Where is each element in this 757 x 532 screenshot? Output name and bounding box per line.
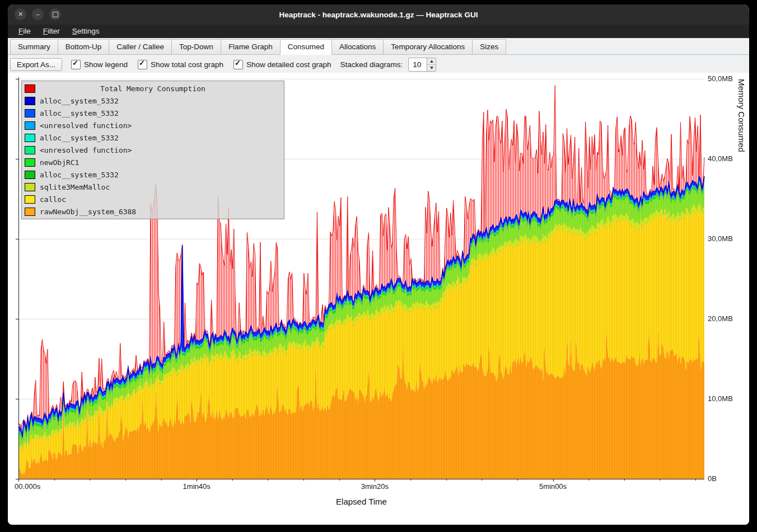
legend-swatch-icon xyxy=(25,109,35,117)
x-tick-label: 5min00s xyxy=(539,482,567,491)
stacked-diagrams-value: 10 xyxy=(409,58,427,71)
legend-label: alloc__system_5332 xyxy=(40,97,119,105)
tab-bar: SummaryBottom-UpCaller / CalleeTop-DownF… xyxy=(8,39,749,55)
legend-swatch-icon xyxy=(25,146,35,154)
window-controls: ✕– xyxy=(15,8,61,20)
spin-up-icon[interactable] xyxy=(427,58,436,65)
legend-swatch-icon xyxy=(25,84,35,93)
tab-bottom-up[interactable]: Bottom-Up xyxy=(58,39,110,55)
legend-item: newObjRC1 xyxy=(22,156,284,168)
toolbar: Export As... ✓Show legend✓Show total cos… xyxy=(8,56,749,73)
checkbox-label: Show total cost graph xyxy=(151,60,223,69)
tab-consumed[interactable]: Consumed xyxy=(280,39,332,55)
legend-item: alloc__system_5332 xyxy=(22,95,284,107)
legend-swatch-icon xyxy=(25,195,35,204)
legend-item: rawNewObj__system_6388 xyxy=(22,205,284,218)
menu-item-file[interactable]: File xyxy=(12,25,37,38)
chart-legend: Total Memory Consumptionalloc__system_53… xyxy=(21,81,284,219)
window-title: Heaptrack - heaptrack.wakunode.1.gz — He… xyxy=(279,11,478,19)
legend-swatch-icon xyxy=(25,208,35,216)
legend-item: Total Memory Consumption xyxy=(22,82,284,95)
menu-item-settings[interactable]: Settings xyxy=(66,25,106,38)
legend-label: <unresolved function> xyxy=(40,146,132,154)
tab-caller-callee[interactable]: Caller / Callee xyxy=(109,39,172,55)
legend-item: alloc__system_5332 xyxy=(22,107,284,119)
legend-swatch-icon xyxy=(25,183,35,191)
checkbox-show-legend[interactable]: ✓Show legend xyxy=(71,60,128,69)
stacked-diagrams-stepper[interactable]: 10 xyxy=(408,58,436,72)
menu-item-filter[interactable]: Filter xyxy=(37,25,66,38)
x-tick-label: 00.000s xyxy=(15,482,40,491)
legend-item: calloc xyxy=(22,193,284,205)
checkbox-icon: ✓ xyxy=(233,60,243,69)
menu-bar: FileFilterSettings xyxy=(8,25,749,38)
checkbox-show-detailed-cost-graph[interactable]: ✓Show detailed cost graph xyxy=(233,60,331,69)
legend-label: <unresolved function> xyxy=(40,121,132,130)
legend-label: rawNewObj__system_6388 xyxy=(40,208,136,216)
tab-summary[interactable]: Summary xyxy=(10,39,58,55)
y-axis-title: Memory Consumed xyxy=(737,79,746,479)
legend-swatch-icon xyxy=(25,171,35,179)
legend-label: calloc xyxy=(40,195,66,204)
legend-swatch-icon xyxy=(25,121,35,130)
close-button[interactable]: ✕ xyxy=(15,8,26,20)
tab-allocations[interactable]: Allocations xyxy=(331,39,384,55)
stacked-diagrams-label: Stacked diagrams: xyxy=(340,60,403,69)
legend-title: Total Memory Consumption xyxy=(22,84,284,93)
legend-item: <unresolved function> xyxy=(22,119,284,131)
legend-item: alloc__system_5332 xyxy=(22,168,284,181)
tab-flame-graph[interactable]: Flame Graph xyxy=(221,39,281,55)
legend-label: alloc__system_5332 xyxy=(40,171,119,179)
spin-down-icon[interactable] xyxy=(427,65,436,71)
legend-item: sqlite3MemMalloc xyxy=(22,181,284,193)
export-as-button[interactable]: Export As... xyxy=(10,58,62,71)
title-bar[interactable]: ✕– Heaptrack - heaptrack.wakunode.1.gz —… xyxy=(8,4,749,25)
x-tick-label: 1min40s xyxy=(183,482,211,491)
checkbox-group: ✓Show legend✓Show total cost graph✓Show … xyxy=(71,60,331,69)
legend-swatch-icon xyxy=(25,134,35,142)
checkbox-label: Show legend xyxy=(84,60,128,69)
window: ✕– Heaptrack - heaptrack.wakunode.1.gz —… xyxy=(8,4,749,525)
legend-item: <unresolved function> xyxy=(22,144,284,156)
legend-label: alloc__system_5332 xyxy=(40,134,119,142)
legend-swatch-icon xyxy=(25,97,35,105)
spin-buttons xyxy=(427,58,436,71)
legend-item: alloc__system_5332 xyxy=(22,131,284,144)
legend-label: sqlite3MemMalloc xyxy=(40,183,110,191)
tab-sizes[interactable]: Sizes xyxy=(472,39,506,55)
desktop-background: ✕– Heaptrack - heaptrack.wakunode.1.gz —… xyxy=(0,0,757,532)
maximize-button[interactable] xyxy=(49,8,61,20)
x-tick-label: 3min20s xyxy=(361,482,389,491)
x-axis-title: Elapsed Time xyxy=(18,497,704,506)
checkbox-label: Show detailed cost graph xyxy=(246,60,331,69)
legend-swatch-icon xyxy=(25,158,35,167)
tab-top-down[interactable]: Top-Down xyxy=(171,39,221,55)
checkbox-icon: ✓ xyxy=(138,60,147,69)
tab-temporary-allocations[interactable]: Temporary Allocations xyxy=(383,39,473,55)
legend-label: newObjRC1 xyxy=(40,158,79,167)
checkbox-icon: ✓ xyxy=(71,60,81,69)
checkbox-show-total-cost-graph[interactable]: ✓Show total cost graph xyxy=(138,60,223,69)
minimize-button[interactable]: – xyxy=(32,8,44,20)
legend-label: alloc__system_5332 xyxy=(40,109,119,117)
